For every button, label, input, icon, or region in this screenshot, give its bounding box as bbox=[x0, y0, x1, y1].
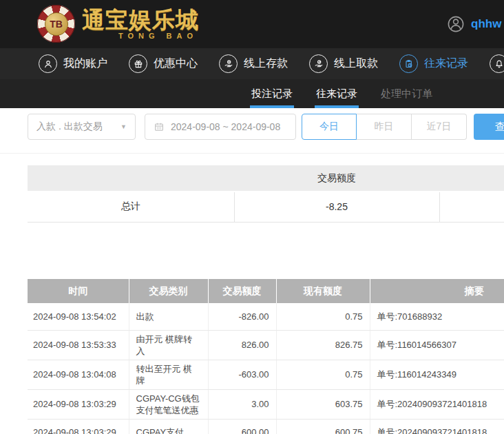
nav-item-label: 往来记录 bbox=[424, 56, 468, 71]
col-header-balance: 现有额度 bbox=[276, 279, 370, 303]
summary-header-row: 交易额度 bbox=[28, 165, 504, 192]
today-label: 今日 bbox=[319, 121, 339, 133]
last7days-button[interactable]: 近7日 bbox=[412, 114, 467, 140]
yesterday-button[interactable]: 昨日 bbox=[357, 114, 412, 140]
nav-item-deposit[interactable]: 线上存款 bbox=[219, 54, 288, 73]
nav-item-label: 我的账户 bbox=[63, 56, 107, 71]
transaction-type-value: 入款 . 出款交易 bbox=[36, 121, 103, 133]
cell-note: 单号:202409093721401818 bbox=[370, 389, 504, 419]
brand-logo[interactable]: TB 通宝娱乐城 TONG BAO bbox=[37, 5, 199, 43]
nav-item-records[interactable]: 往来记录 bbox=[399, 54, 468, 73]
cell-amount: 600.00 bbox=[208, 419, 276, 434]
cell-balance: 826.75 bbox=[276, 330, 370, 360]
top-bar: TB 通宝娱乐城 TONG BAO qhhw bbox=[0, 0, 504, 48]
date-range-input[interactable]: 2024-09-08 ~ 2024-09-08 bbox=[145, 114, 296, 140]
last7days-label: 近7日 bbox=[427, 121, 452, 133]
cell-balance: 603.75 bbox=[276, 389, 370, 419]
content-area: 入款 . 出款交易 ▼ 2024-09-08 ~ 2024-09-08 今日 昨… bbox=[0, 108, 504, 434]
summary-header-spacer bbox=[439, 165, 504, 192]
main-nav: 我的账户 优惠中心 线上存款 线上取款 往来记录 bbox=[0, 48, 504, 79]
filter-divider bbox=[0, 153, 504, 154]
summary-header-amount: 交易额度 bbox=[234, 165, 439, 192]
chip-label: TB bbox=[45, 12, 68, 36]
cell-type: CGPAY-CG钱包支付笔笔送优惠 bbox=[129, 389, 208, 419]
user-icon bbox=[39, 54, 57, 73]
cell-balance: 600.75 bbox=[276, 419, 370, 434]
account-menu[interactable]: qhhw bbox=[448, 0, 501, 48]
col-header-type: 交易类别 bbox=[129, 279, 208, 303]
cell-note: 单号:116014243349 bbox=[370, 360, 504, 389]
cell-type: CGPAY支付 bbox=[129, 419, 208, 434]
deposit-icon bbox=[219, 54, 238, 73]
brand-title-cn: 通宝娱乐城 bbox=[82, 8, 199, 31]
records-icon bbox=[399, 54, 418, 73]
records-header-row: 时间 交易类别 交易额度 现有额度 摘要 bbox=[28, 279, 504, 303]
nav-item-my-account[interactable]: 我的账户 bbox=[39, 54, 107, 73]
quick-date-group: 今日 昨日 近7日 bbox=[302, 114, 467, 140]
table-row: 2024-09-08 13:03:29 CGPAY支付 600.00 600.7… bbox=[28, 419, 504, 434]
calendar-icon bbox=[154, 121, 165, 132]
tab-transaction-records[interactable]: 往来记录 bbox=[315, 79, 359, 108]
col-header-note: 摘要 bbox=[370, 279, 504, 303]
brand-title: 通宝娱乐城 TONG BAO bbox=[82, 8, 199, 40]
cell-time: 2024-09-08 13:04:08 bbox=[28, 360, 129, 389]
record-tabs: 投注记录 往来记录 处理中订单 bbox=[0, 79, 504, 108]
cell-time: 2024-09-08 13:03:29 bbox=[28, 389, 129, 419]
records-table: 时间 交易类别 交易额度 现有额度 摘要 2024-09-08 13:54:02… bbox=[28, 279, 504, 434]
cell-type: 由开元 棋牌转入 bbox=[129, 330, 208, 360]
avatar-icon bbox=[448, 16, 464, 32]
table-row: 2024-09-08 13:04:08 转出至开元 棋牌 -603.00 0.7… bbox=[28, 360, 504, 389]
date-range-value: 2024-09-08 ~ 2024-09-08 bbox=[171, 121, 280, 132]
cell-time: 2024-09-08 13:03:29 bbox=[28, 419, 129, 434]
transaction-type-select[interactable]: 入款 . 出款交易 ▼ bbox=[28, 114, 136, 140]
poker-chip-icon: TB bbox=[37, 5, 75, 43]
nav-item-withdraw[interactable]: 线上取款 bbox=[309, 54, 378, 73]
table-row: 2024-09-08 13:54:02 出款 -826.00 0.75 单号:7… bbox=[28, 303, 504, 330]
tab-betting-records[interactable]: 投注记录 bbox=[250, 79, 294, 108]
col-header-time: 时间 bbox=[28, 279, 129, 303]
cell-type: 转出至开元 棋牌 bbox=[129, 360, 208, 389]
cell-balance: 0.75 bbox=[276, 303, 370, 330]
col-header-amount: 交易额度 bbox=[208, 279, 276, 303]
gift-icon bbox=[129, 54, 147, 73]
brand-title-en: TONG BAO bbox=[82, 32, 199, 40]
tab-label: 投注记录 bbox=[251, 87, 293, 101]
yesterday-label: 昨日 bbox=[375, 121, 394, 133]
bell-icon bbox=[490, 54, 504, 73]
table-row: 2024-09-08 13:53:33 由开元 棋牌转入 826.00 826.… bbox=[28, 330, 504, 360]
chevron-down-icon: ▼ bbox=[120, 123, 127, 130]
summary-table: 交易额度 总计 -8.25 bbox=[28, 165, 504, 223]
cell-type: 出款 bbox=[129, 303, 208, 330]
cell-balance: 0.75 bbox=[276, 360, 370, 389]
today-button[interactable]: 今日 bbox=[302, 114, 357, 140]
cell-note: 单号:202409093721401818 bbox=[370, 419, 504, 434]
withdraw-icon bbox=[309, 54, 328, 73]
tab-label: 往来记录 bbox=[316, 87, 357, 101]
tab-processing-orders[interactable]: 处理中订单 bbox=[379, 79, 434, 108]
cell-amount: 3.00 bbox=[208, 389, 276, 419]
nav-item-messages[interactable]: 信 bbox=[490, 54, 504, 73]
summary-header-spacer bbox=[28, 165, 234, 192]
cell-time: 2024-09-08 13:54:02 bbox=[28, 303, 129, 330]
summary-total-row: 总计 -8.25 bbox=[28, 192, 504, 222]
page: TB 通宝娱乐城 TONG BAO qhhw 我的账户 优惠中心 bbox=[0, 0, 504, 434]
nav-item-label: 线上存款 bbox=[244, 56, 288, 71]
tab-label: 处理中订单 bbox=[381, 87, 432, 101]
nav-item-label: 线上取款 bbox=[334, 56, 378, 71]
search-button[interactable]: 查询 bbox=[474, 114, 504, 140]
cell-amount: -826.00 bbox=[208, 303, 276, 330]
cell-amount: -603.00 bbox=[208, 360, 276, 389]
nav-item-label: 优惠中心 bbox=[154, 56, 198, 71]
table-row: 2024-09-08 13:03:29 CGPAY-CG钱包支付笔笔送优惠 3.… bbox=[28, 389, 504, 419]
username-label: qhhw bbox=[471, 17, 501, 31]
cell-note: 单号:701688932 bbox=[370, 303, 504, 330]
cell-time: 2024-09-08 13:53:33 bbox=[28, 330, 129, 360]
summary-total-label: 总计 bbox=[28, 192, 234, 222]
cell-note: 单号:116014566307 bbox=[370, 330, 504, 360]
cell-amount: 826.00 bbox=[208, 330, 276, 360]
summary-empty-cell bbox=[439, 192, 504, 222]
summary-total-value: -8.25 bbox=[234, 192, 439, 222]
nav-item-promotions[interactable]: 优惠中心 bbox=[129, 54, 198, 73]
